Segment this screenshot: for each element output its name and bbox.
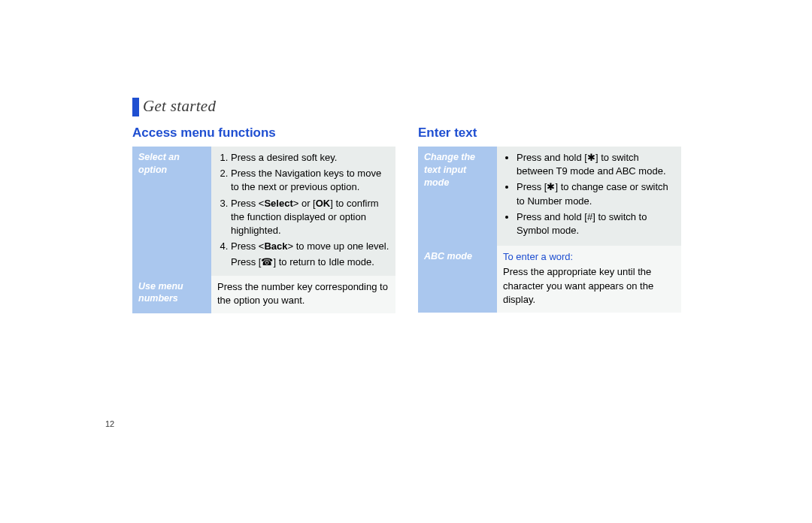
star-icon: ✱ [547, 181, 555, 192]
side-label: Select an option [132, 147, 211, 276]
cell-body: Press the number key corresponding to th… [211, 276, 395, 313]
step-item: Press <Back> to move up one level. [231, 240, 389, 253]
cell-body: Press and hold [✱] to switch between T9 … [497, 147, 681, 246]
return-idle-note: Press [☎] to return to Idle mode. [231, 255, 389, 269]
access-menu-table: Select an option Press a desired soft ke… [132, 147, 395, 313]
table-row: Select an option Press a desired soft ke… [132, 147, 395, 276]
right-column: Enter text Change the text input mode Pr… [418, 125, 681, 313]
side-label: Use menu numbers [132, 276, 211, 313]
enter-text-table: Change the text input mode Press and hol… [418, 147, 681, 313]
cell-body: To enter a word: Press the appropriate k… [497, 246, 681, 313]
table-row: Change the text input mode Press and hol… [418, 147, 681, 246]
left-column: Access menu functions Select an option P… [132, 125, 395, 313]
right-heading: Enter text [418, 125, 681, 141]
star-icon: ✱ [587, 152, 595, 163]
step-item: Press the Navigation keys to move to the… [231, 167, 389, 194]
blue-subheading: To enter a word: [503, 250, 675, 264]
side-label: ABC mode [418, 246, 497, 313]
table-row: ABC mode To enter a word: Press the appr… [418, 246, 681, 313]
bullet-item: Press and hold [#] to switch to Symbol m… [517, 210, 675, 237]
bullet-list: Press and hold [✱] to switch between T9 … [503, 151, 675, 237]
step-item: Press <Select> or [OK] to confirm the fu… [231, 197, 389, 238]
page-number: 12 [105, 419, 114, 428]
step-item: Press a desired soft key. [231, 151, 389, 165]
columns-wrapper: Access menu functions Select an option P… [132, 125, 681, 313]
left-heading: Access menu functions [132, 125, 395, 141]
side-label: Change the text input mode [418, 147, 497, 246]
section-title: Get started [143, 97, 216, 116]
abc-mode-body: Press the appropriate key until the char… [503, 265, 675, 307]
steps-list: Press a desired soft key. Press the Navi… [217, 151, 389, 253]
cell-body: Press a desired soft key. Press the Navi… [211, 147, 395, 276]
manual-page: Get started Access menu functions Select… [0, 0, 812, 523]
section-tab [132, 98, 139, 116]
bullet-item: Press and hold [✱] to switch between T9 … [517, 151, 675, 178]
bullet-item: Press [✱] to change case or switch to Nu… [517, 180, 675, 207]
phone-icon: ☎ [261, 256, 273, 268]
table-row: Use menu numbers Press the number key co… [132, 276, 395, 313]
